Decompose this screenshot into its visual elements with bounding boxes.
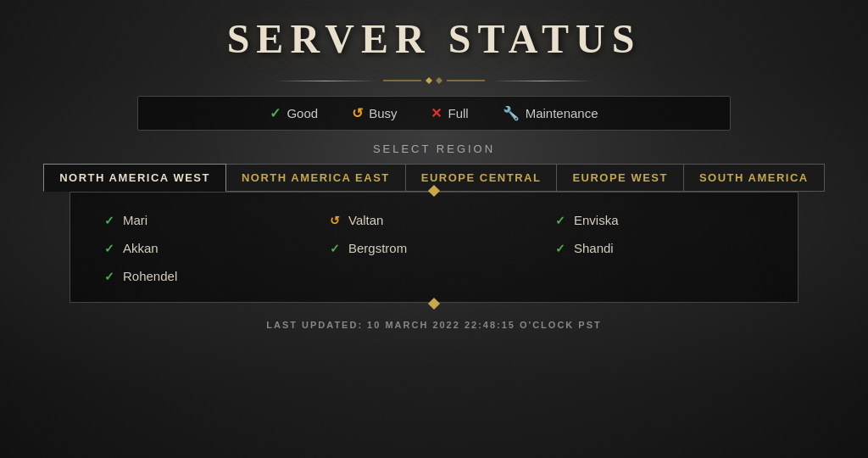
svg-marker-1 (426, 77, 432, 84)
shandi-status-icon: ✓ (555, 242, 565, 255)
maintenance-icon: 🔧 (503, 105, 520, 121)
select-region-label: SELECT REGION (373, 142, 495, 155)
bergstrom-status-icon: ✓ (330, 242, 340, 255)
valtan-status-icon: ↺ (330, 214, 340, 227)
server-rohendel: ✓ Rohendel (96, 264, 321, 288)
tab-eu-central[interactable]: EUROPE CENTRAL (406, 164, 558, 192)
good-icon: ✓ (270, 105, 281, 121)
server-mari: ✓ Mari (96, 208, 321, 232)
legend-full: ✕ Full (431, 105, 468, 121)
enviska-name: Enviska (574, 213, 619, 227)
empty-col3 (547, 264, 772, 288)
server-valtan: ↺ Valtan (321, 208, 547, 232)
legend-busy: ↺ Busy (352, 105, 397, 121)
full-icon: ✕ (431, 105, 442, 121)
tab-na-east[interactable]: NORTH AMERICA EAST (226, 164, 406, 192)
legend-full-label: Full (448, 106, 468, 120)
enviska-status-icon: ✓ (555, 214, 565, 227)
bergstrom-name: Bergstrom (348, 241, 407, 255)
busy-icon: ↺ (352, 105, 363, 121)
valtan-name: Valtan (348, 213, 383, 227)
legend-good-label: Good (287, 106, 318, 120)
servers-grid: ✓ Mari ↺ Valtan ✓ Enviska ✓ Akkan ✓ Berg… (70, 201, 798, 295)
rohendel-status-icon: ✓ (104, 270, 114, 283)
legend-maintenance-label: Maintenance (526, 106, 598, 120)
server-akkan: ✓ Akkan (96, 236, 321, 260)
mari-name: Mari (123, 213, 147, 227)
akkan-status-icon: ✓ (104, 242, 114, 255)
tab-na-west[interactable]: NORTH AMERICA WEST (43, 164, 226, 192)
server-enviska: ✓ Enviska (547, 208, 772, 232)
server-shandi: ✓ Shandi (547, 236, 772, 260)
legend-maintenance: 🔧 Maintenance (503, 105, 598, 121)
legend-bar: ✓ Good ↺ Busy ✕ Full 🔧 Maintenance (137, 96, 731, 131)
legend-good: ✓ Good (270, 105, 318, 121)
shandi-name: Shandi (574, 241, 614, 255)
svg-marker-2 (436, 77, 442, 84)
ornament-divider (268, 72, 600, 89)
rohendel-name: Rohendel (123, 269, 177, 283)
mari-status-icon: ✓ (104, 214, 114, 227)
tab-eu-west[interactable]: EUROPE WEST (557, 164, 684, 192)
page-title: SERVER STATUS (227, 15, 642, 62)
bottom-diamond (428, 298, 440, 310)
empty-col2 (321, 264, 547, 288)
servers-panel: ✓ Mari ↺ Valtan ✓ Enviska ✓ Akkan ✓ Berg… (70, 192, 798, 303)
footer-last-updated: LAST UPDATED: 10 MARCH 2022 22:48:15 O'C… (266, 320, 601, 330)
legend-busy-label: Busy (369, 106, 397, 120)
server-bergstrom: ✓ Bergstrom (321, 236, 547, 260)
akkan-name: Akkan (123, 241, 159, 255)
tab-south-america[interactable]: SOUTH AMERICA (684, 164, 825, 192)
